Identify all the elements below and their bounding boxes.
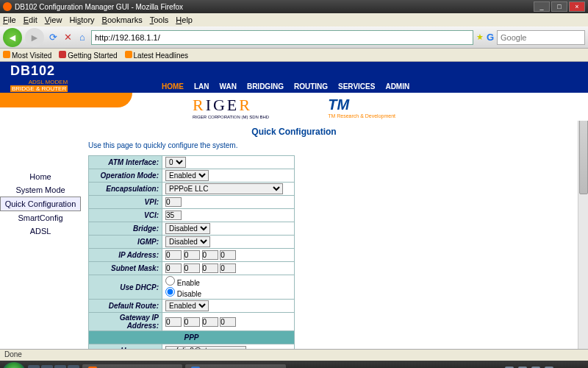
lbl-user: Username: [89, 344, 162, 350]
lbl-vci: VCI: [89, 209, 162, 222]
gw-oct-2[interactable] [184, 317, 200, 327]
atm-select[interactable]: 0 [165, 157, 186, 168]
config-table: ATM Interface: 0 Operation Mode: Enabled… [88, 155, 295, 349]
op-select[interactable]: Enabled [165, 170, 209, 181]
nav-home[interactable]: HOME [162, 82, 184, 91]
bookmark-getting-started[interactable]: Getting Started [59, 51, 117, 60]
bookmark-latest-headlines[interactable]: Latest Headlines [125, 51, 189, 60]
lbl-dhcp: Use DHCP: [89, 275, 162, 300]
lbl-ip: IP Address: [89, 249, 162, 262]
nav-routing[interactable]: ROUTING [294, 82, 328, 91]
brand-row: RIGER RIGER CORPORATION (M) SDN BHD TM T… [0, 93, 588, 121]
product-logo: DB102 ADSL MODEM BRIDGE & ROUTER [10, 63, 68, 92]
ip-oct-2[interactable] [184, 250, 200, 260]
search-input[interactable] [497, 30, 585, 45]
header-band: DB102 ADSL MODEM BRIDGE & ROUTER HOME LA… [0, 62, 588, 93]
ql-icon-4[interactable] [68, 365, 79, 368]
stop-icon[interactable]: ✕ [62, 32, 74, 43]
lbl-bridge: Bridge: [89, 222, 162, 236]
ip-oct-3[interactable] [202, 250, 218, 260]
gw-oct-4[interactable] [220, 317, 236, 327]
google-icon: G [487, 32, 494, 43]
igmp-select[interactable]: Disabled [165, 236, 210, 247]
nav-lan[interactable]: LAN [194, 82, 209, 91]
taskbar: DB102 Configuration ... Microsoft Office… [0, 361, 588, 368]
task-office[interactable]: Microsoft Office Pictur... [185, 364, 286, 368]
menu-file[interactable]: File [3, 15, 16, 24]
window-title: DB102 Configuration Manager GUI - Mozill… [15, 3, 534, 11]
home-icon[interactable]: ⌂ [76, 32, 88, 43]
nav-wan[interactable]: WAN [220, 82, 237, 91]
lbl-atm: ATM Interface: [89, 156, 162, 169]
ip-oct-4[interactable] [220, 250, 236, 260]
section-ppp: PPP [89, 331, 295, 344]
firefox-icon [3, 2, 12, 11]
browser-toolbar: ◄ ► ⟳ ✕ ⌂ ★ G [0, 26, 588, 49]
menu-edit[interactable]: Edit [24, 15, 37, 24]
tm-logo: TM TM Research & Development [328, 96, 395, 118]
bookmark-most-visited[interactable]: Most Visited [3, 51, 51, 60]
nav-admin[interactable]: ADMIN [385, 82, 409, 91]
menu-history[interactable]: History [69, 15, 94, 24]
nav-bridging[interactable]: BRIDGING [247, 82, 284, 91]
start-button[interactable] [3, 362, 25, 368]
side-system-mode[interactable]: System Mode [0, 183, 81, 197]
mask-oct-2[interactable] [184, 263, 200, 273]
lbl-vpi: VPI: [89, 196, 162, 209]
vpi-input[interactable] [165, 197, 182, 207]
status-text: Done [4, 350, 22, 358]
side-adsl[interactable]: ADSL [0, 224, 81, 238]
page-intro: Use this page to quickly configure the s… [88, 141, 588, 149]
close-button[interactable]: × [569, 1, 585, 12]
mask-oct-3[interactable] [202, 263, 218, 273]
nav-services[interactable]: SERVICES [338, 82, 375, 91]
side-quick-config[interactable]: Quick Configuration [0, 197, 81, 211]
side-nav: Home System Mode Quick Configuration Sma… [0, 155, 81, 349]
bridge-select[interactable]: Disabled [165, 223, 210, 234]
side-home[interactable]: Home [0, 170, 81, 183]
lbl-mask: Subnet Mask: [89, 262, 162, 275]
task-firefox[interactable]: DB102 Configuration ... [82, 364, 182, 368]
menu-bookmarks[interactable]: Bookmarks [102, 15, 143, 24]
gw-oct-3[interactable] [202, 317, 218, 327]
side-smartconfig[interactable]: SmartConfig [0, 211, 81, 224]
favorite-icon[interactable]: ★ [476, 32, 484, 42]
enc-select[interactable]: PPPoE LLC [165, 183, 283, 194]
lbl-enc: Encapsulation: [89, 183, 162, 196]
dhcp-enable[interactable]: Enable [165, 279, 200, 287]
menu-help[interactable]: Help [176, 15, 193, 24]
quick-launch [28, 365, 79, 368]
username-input[interactable] [165, 346, 246, 349]
browser-menubar: File Edit View History Bookmarks Tools H… [0, 13, 588, 26]
maximize-button[interactable]: □ [551, 1, 567, 12]
forward-button[interactable]: ► [25, 28, 44, 47]
mask-oct-4[interactable] [220, 263, 236, 273]
back-button[interactable]: ◄ [3, 28, 22, 47]
lbl-droute: Default Route: [89, 300, 162, 313]
ql-icon-2[interactable] [41, 365, 53, 368]
url-input[interactable] [91, 30, 473, 45]
lbl-igmp: IGMP: [89, 236, 162, 249]
window-titlebar: DB102 Configuration Manager GUI - Mozill… [0, 0, 588, 13]
lbl-gw: Gateway IP Address: [89, 313, 162, 331]
reload-icon[interactable]: ⟳ [47, 32, 59, 43]
ip-oct-1[interactable] [165, 250, 182, 260]
ql-icon-3[interactable] [54, 365, 66, 368]
droute-select[interactable]: Enabled [165, 300, 209, 311]
page-title: Quick Configuration [0, 127, 588, 137]
gw-oct-1[interactable] [165, 317, 182, 327]
browser-statusbar: Done [0, 349, 588, 361]
ql-icon-1[interactable] [28, 365, 40, 368]
page-content: DB102 ADSL MODEM BRIDGE & ROUTER HOME LA… [0, 62, 588, 349]
menu-tools[interactable]: Tools [150, 15, 169, 24]
dhcp-disable[interactable]: Disable [165, 290, 201, 298]
menu-view[interactable]: View [45, 15, 62, 24]
minimize-button[interactable]: _ [534, 1, 550, 12]
mask-oct-1[interactable] [165, 263, 182, 273]
riger-logo: RIGER RIGER CORPORATION (M) SDN BHD [193, 96, 269, 119]
vci-input[interactable] [165, 210, 182, 220]
bookmarks-bar: Most Visited Getting Started Latest Head… [0, 49, 588, 62]
top-nav: HOME LAN WAN BRIDGING ROUTING SERVICES A… [162, 82, 409, 91]
lbl-op: Operation Mode: [89, 169, 162, 183]
